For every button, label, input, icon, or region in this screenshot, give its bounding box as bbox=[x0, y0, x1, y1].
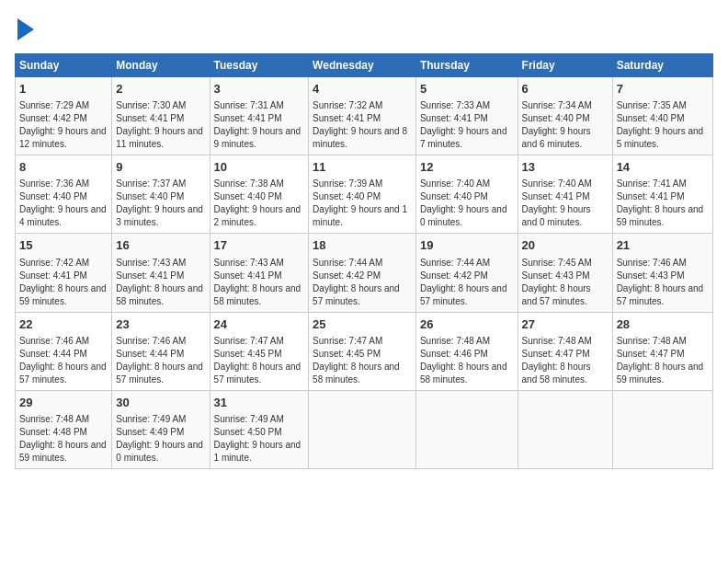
sunset: Sunset: 4:40 PM bbox=[19, 191, 87, 201]
day-number: 3 bbox=[214, 81, 305, 98]
daylight: Daylight: 8 hours and 58 minutes. bbox=[116, 283, 203, 306]
daylight: Daylight: 9 hours and 7 minutes. bbox=[420, 126, 507, 149]
calendar-cell: 8Sunrise: 7:36 AMSunset: 4:40 PMDaylight… bbox=[16, 155, 112, 234]
day-number: 4 bbox=[313, 81, 412, 98]
daylight: Daylight: 8 hours and 59 minutes. bbox=[617, 204, 704, 227]
calendar-cell: 21Sunrise: 7:46 AMSunset: 4:43 PMDayligh… bbox=[612, 234, 712, 312]
sunrise: Sunrise: 7:29 AM bbox=[19, 100, 89, 110]
sunrise: Sunrise: 7:36 AM bbox=[19, 178, 89, 189]
sunrise: Sunrise: 7:34 AM bbox=[522, 100, 592, 110]
calendar-cell: 22Sunrise: 7:46 AMSunset: 4:44 PMDayligh… bbox=[16, 312, 112, 390]
header bbox=[15, 15, 713, 44]
logo bbox=[15, 15, 34, 44]
day-number: 23 bbox=[116, 316, 205, 333]
day-number: 20 bbox=[522, 237, 609, 254]
day-number: 18 bbox=[313, 237, 412, 254]
daylight: Daylight: 8 hours and 57 minutes. bbox=[19, 362, 107, 385]
sunrise: Sunrise: 7:44 AM bbox=[313, 258, 382, 268]
sunset: Sunset: 4:42 PM bbox=[420, 270, 488, 281]
week-row-3: 15Sunrise: 7:42 AMSunset: 4:41 PMDayligh… bbox=[16, 234, 713, 312]
daylight: Daylight: 9 hours and 3 minutes. bbox=[116, 204, 203, 227]
day-number: 8 bbox=[19, 159, 108, 176]
calendar-cell: 19Sunrise: 7:44 AMSunset: 4:42 PMDayligh… bbox=[415, 234, 518, 312]
day-number: 29 bbox=[19, 395, 108, 411]
weekday-header-wednesday: Wednesday bbox=[309, 54, 416, 77]
sunrise: Sunrise: 7:32 AM bbox=[313, 100, 382, 110]
calendar-cell: 12Sunrise: 7:40 AMSunset: 4:40 PMDayligh… bbox=[415, 155, 518, 234]
day-number: 21 bbox=[617, 237, 709, 254]
sunrise: Sunrise: 7:41 AM bbox=[617, 178, 687, 189]
daylight: Daylight: 8 hours and 58 minutes. bbox=[313, 362, 400, 385]
day-number: 6 bbox=[522, 81, 609, 98]
daylight: Daylight: 8 hours and 57 minutes. bbox=[420, 283, 507, 306]
daylight: Daylight: 9 hours and 9 minutes. bbox=[214, 126, 301, 149]
calendar-cell: 3Sunrise: 7:31 AMSunset: 4:41 PMDaylight… bbox=[210, 77, 309, 155]
day-number: 19 bbox=[420, 237, 514, 254]
sunset: Sunset: 4:49 PM bbox=[116, 427, 184, 437]
calendar-cell: 7Sunrise: 7:35 AMSunset: 4:40 PMDaylight… bbox=[612, 77, 712, 155]
calendar-cell: 25Sunrise: 7:47 AMSunset: 4:45 PMDayligh… bbox=[309, 312, 416, 390]
day-number: 27 bbox=[522, 316, 609, 333]
page: SundayMondayTuesdayWednesdayThursdayFrid… bbox=[0, 0, 728, 563]
calendar-cell: 14Sunrise: 7:41 AMSunset: 4:41 PMDayligh… bbox=[612, 155, 712, 234]
sunset: Sunset: 4:48 PM bbox=[19, 427, 87, 437]
daylight: Daylight: 8 hours and 57 minutes. bbox=[116, 362, 203, 385]
daylight: Daylight: 8 hours and 59 minutes. bbox=[617, 362, 704, 385]
calendar-cell: 15Sunrise: 7:42 AMSunset: 4:41 PMDayligh… bbox=[16, 234, 112, 312]
day-number: 15 bbox=[19, 237, 108, 254]
daylight: Daylight: 9 hours and 5 minutes. bbox=[617, 126, 704, 149]
sunset: Sunset: 4:42 PM bbox=[313, 270, 381, 281]
sunset: Sunset: 4:41 PM bbox=[617, 191, 685, 201]
sunrise: Sunrise: 7:31 AM bbox=[214, 100, 284, 110]
sunrise: Sunrise: 7:39 AM bbox=[313, 178, 382, 189]
weekday-header-sunday: Sunday bbox=[16, 54, 112, 77]
daylight: Daylight: 8 hours and 57 minutes. bbox=[522, 283, 591, 306]
day-number: 16 bbox=[116, 237, 205, 254]
day-number: 5 bbox=[420, 81, 514, 98]
sunset: Sunset: 4:41 PM bbox=[214, 113, 282, 123]
week-row-5: 29Sunrise: 7:48 AMSunset: 4:48 PMDayligh… bbox=[16, 390, 713, 468]
day-number: 17 bbox=[214, 237, 305, 254]
sunrise: Sunrise: 7:43 AM bbox=[116, 258, 186, 268]
week-row-2: 8Sunrise: 7:36 AMSunset: 4:40 PMDaylight… bbox=[16, 155, 713, 234]
sunset: Sunset: 4:43 PM bbox=[617, 270, 685, 281]
day-number: 7 bbox=[617, 81, 709, 98]
daylight: Daylight: 8 hours and 58 minutes. bbox=[420, 362, 507, 385]
calendar-cell: 1Sunrise: 7:29 AMSunset: 4:42 PMDaylight… bbox=[16, 77, 112, 155]
sunrise: Sunrise: 7:42 AM bbox=[19, 258, 89, 268]
sunset: Sunset: 4:40 PM bbox=[617, 113, 685, 123]
daylight: Daylight: 8 hours and 57 minutes. bbox=[214, 362, 301, 385]
sunrise: Sunrise: 7:49 AM bbox=[116, 414, 186, 424]
calendar-cell bbox=[415, 390, 518, 468]
calendar-cell: 13Sunrise: 7:40 AMSunset: 4:41 PMDayligh… bbox=[518, 155, 612, 234]
sunrise: Sunrise: 7:47 AM bbox=[313, 336, 382, 346]
sunset: Sunset: 4:41 PM bbox=[116, 113, 184, 123]
sunrise: Sunrise: 7:43 AM bbox=[214, 258, 284, 268]
logo-arrow-icon bbox=[17, 18, 34, 40]
weekday-header-friday: Friday bbox=[518, 54, 612, 77]
calendar-cell: 11Sunrise: 7:39 AMSunset: 4:40 PMDayligh… bbox=[309, 155, 416, 234]
daylight: Daylight: 9 hours and 8 minutes. bbox=[313, 126, 407, 149]
sunrise: Sunrise: 7:46 AM bbox=[19, 336, 89, 346]
daylight: Daylight: 9 hours and 0 minutes. bbox=[522, 204, 591, 227]
day-number: 22 bbox=[19, 316, 108, 333]
calendar-cell: 26Sunrise: 7:48 AMSunset: 4:46 PMDayligh… bbox=[415, 312, 518, 390]
calendar-cell: 23Sunrise: 7:46 AMSunset: 4:44 PMDayligh… bbox=[112, 312, 210, 390]
sunrise: Sunrise: 7:46 AM bbox=[617, 258, 687, 268]
calendar-cell: 10Sunrise: 7:38 AMSunset: 4:40 PMDayligh… bbox=[210, 155, 309, 234]
sunrise: Sunrise: 7:48 AM bbox=[420, 336, 490, 346]
sunset: Sunset: 4:41 PM bbox=[19, 270, 87, 281]
sunrise: Sunrise: 7:48 AM bbox=[617, 336, 687, 346]
daylight: Daylight: 9 hours and 1 minute. bbox=[214, 440, 301, 463]
day-number: 11 bbox=[313, 159, 412, 176]
daylight: Daylight: 9 hours and 4 minutes. bbox=[19, 204, 107, 227]
daylight: Daylight: 9 hours and 0 minutes. bbox=[116, 440, 203, 463]
svg-marker-0 bbox=[17, 18, 34, 40]
sunset: Sunset: 4:41 PM bbox=[420, 113, 488, 123]
day-number: 24 bbox=[214, 316, 305, 333]
sunrise: Sunrise: 7:37 AM bbox=[116, 178, 186, 189]
sunset: Sunset: 4:46 PM bbox=[420, 349, 488, 359]
day-number: 25 bbox=[313, 316, 412, 333]
sunset: Sunset: 4:45 PM bbox=[214, 349, 282, 359]
sunset: Sunset: 4:41 PM bbox=[214, 270, 282, 281]
